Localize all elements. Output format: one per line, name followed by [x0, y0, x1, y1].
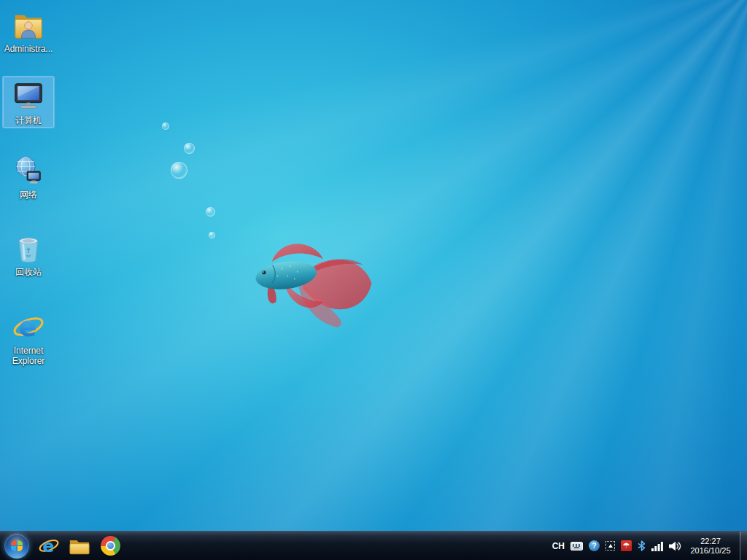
svg-text:e: e — [42, 536, 54, 556]
start-button[interactable] — [4, 534, 29, 559]
bubble — [171, 162, 187, 179]
desktop-icon-label: 网络 — [20, 190, 37, 200]
svg-text:e: e — [19, 311, 37, 343]
bluetooth-icon[interactable] — [638, 540, 646, 551]
taskbar-chrome-button[interactable] — [95, 532, 125, 560]
signal-bars-icon[interactable] — [651, 541, 663, 551]
hidden-icons-icon[interactable] — [605, 541, 615, 551]
desktop-icon-label: Internet Explorer — [4, 346, 53, 366]
desktop-icon-recycle-bin[interactable]: 回收站 — [2, 228, 55, 280]
taskbar-internet-explorer-button[interactable]: e — [34, 532, 64, 560]
user-folder-icon — [11, 8, 46, 43]
clock-time: 22:27 — [687, 537, 734, 546]
recycle-bin-icon — [11, 231, 46, 266]
windows-orb-icon — [11, 540, 23, 551]
language-indicator[interactable]: CH — [552, 541, 565, 551]
volume-icon[interactable] — [669, 541, 681, 551]
desktop-icon-internet-explorer[interactable]: e Internet Explorer — [2, 306, 55, 369]
windows-explorer-folder-icon — [69, 537, 90, 556]
bubble — [184, 143, 195, 154]
desktop-icon-administrator[interactable]: Administra... — [2, 4, 55, 57]
clock-date: 2016/10/25 — [687, 546, 734, 556]
bubble — [162, 122, 169, 130]
desktop-icon-label: Administra... — [4, 44, 53, 54]
desktop-icon-label: 回收站 — [15, 267, 42, 277]
desktop[interactable]: Administra... 计算机 — [0, 0, 747, 560]
desktop-icon-computer[interactable]: 计算机 — [2, 76, 55, 128]
taskbar: e CH ? ☂ — [0, 531, 747, 560]
taskbar-windows-explorer-button[interactable] — [64, 532, 95, 560]
bubble — [209, 232, 215, 238]
system-tray: CH ? ☂ — [552, 540, 681, 551]
avira-icon[interactable]: ☂ — [621, 540, 632, 551]
chrome-icon — [101, 536, 120, 556]
desktop-icon-label: 计算机 — [15, 115, 42, 125]
show-desktop-button[interactable] — [740, 532, 747, 560]
computer-icon — [11, 79, 46, 114]
internet-explorer-icon: e — [38, 535, 60, 557]
betta-fish — [232, 225, 382, 332]
desktop-icon-network[interactable]: 网络 — [2, 150, 55, 203]
keyboard-icon[interactable] — [570, 542, 583, 551]
taskbar-clock[interactable]: 22:27 2016/10/25 — [687, 537, 734, 556]
internet-explorer-icon: e — [11, 310, 46, 345]
bubble — [206, 207, 215, 217]
network-icon — [11, 154, 46, 189]
help-icon[interactable]: ? — [589, 540, 600, 551]
